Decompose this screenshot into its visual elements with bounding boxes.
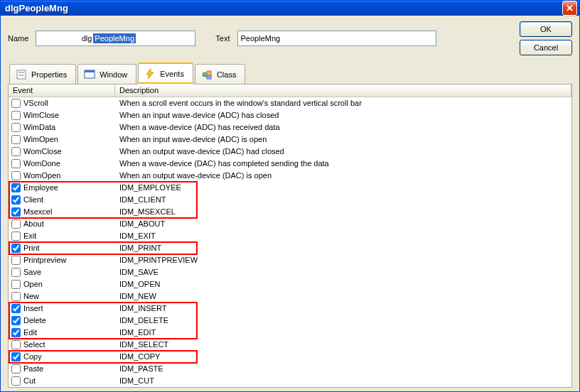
event-checkbox[interactable]	[11, 219, 21, 229]
table-row[interactable]: CopyIDM_COPY	[9, 351, 571, 363]
table-row[interactable]: VScrollWhen a scroll event occurs in the…	[9, 97, 571, 109]
event-checkbox[interactable]	[11, 328, 21, 337]
table-row[interactable]: PrintIDM_PRINT	[9, 242, 571, 254]
cell-event: Exit	[9, 232, 115, 241]
event-checkbox[interactable]	[11, 171, 21, 180]
event-checkbox[interactable]	[11, 232, 21, 241]
titlebar[interactable]: dlgPeopleMng ✕	[1, 1, 579, 16]
cell-description: IDM_EMPLOYEE	[115, 183, 571, 192]
event-checkbox[interactable]	[11, 99, 21, 108]
event-checkbox[interactable]	[11, 376, 21, 386]
event-checkbox[interactable]	[11, 268, 21, 277]
event-checkbox[interactable]	[11, 135, 21, 144]
event-name: Open	[23, 280, 43, 288]
header-description[interactable]: Description	[115, 85, 571, 97]
svg-rect-1	[18, 72, 24, 73]
cell-event: WimClose	[9, 111, 115, 120]
tab-class[interactable]: Class	[195, 64, 246, 84]
event-checkbox[interactable]	[11, 183, 21, 192]
table-row[interactable]: NewIDM_NEW	[9, 290, 571, 303]
text-group: Text PeopleMng	[215, 31, 436, 46]
cell-description: When an input wave-device (ADC) has clos…	[115, 111, 571, 119]
table-row[interactable]: AboutIDM_ABOUT	[9, 218, 571, 230]
event-checkbox[interactable]	[11, 111, 21, 120]
event-checkbox[interactable]	[11, 123, 21, 132]
event-checkbox[interactable]	[11, 147, 21, 156]
dialog-body: Name dlg PeopleMng Text PeopleMng OK Can…	[1, 16, 579, 392]
event-checkbox[interactable]	[11, 244, 21, 253]
event-name: Copy	[23, 352, 42, 361]
window-icon	[84, 69, 95, 80]
table-row[interactable]: WomDoneWhen a wave-device (DAC) has comp…	[9, 158, 571, 170]
event-checkbox[interactable]	[11, 292, 21, 301]
cell-description: IDM_COPY	[115, 352, 571, 361]
cell-description: IDM_CUT	[115, 376, 571, 385]
column-headers: Event Description	[9, 85, 571, 97]
cell-event: Insert	[9, 304, 115, 313]
tab-properties[interactable]: Properties	[9, 64, 76, 84]
cell-description: IDM_EXIT	[115, 232, 571, 240]
event-checkbox[interactable]	[11, 207, 21, 217]
tab-label: Window	[100, 70, 127, 79]
tab-window[interactable]: Window	[77, 64, 136, 84]
text-value: PeopleMng	[241, 34, 281, 43]
name-input[interactable]: dlg PeopleMng	[36, 31, 195, 46]
table-row[interactable]: SelectIDM_SELECT	[9, 339, 571, 351]
table-row[interactable]: PrintpreviewIDM_PRINTPREVIEW	[9, 254, 571, 266]
event-name: Delete	[23, 316, 46, 325]
table-row[interactable]: WimOpenWhen an input wave-device (ADC) i…	[9, 134, 571, 146]
events-table[interactable]: Event Description VScrollWhen a scroll e…	[9, 85, 571, 387]
svg-point-6	[203, 72, 207, 77]
cell-event: About	[9, 219, 115, 229]
event-checkbox[interactable]	[11, 364, 21, 374]
event-checkbox[interactable]	[11, 256, 21, 265]
event-name: WimData	[23, 123, 55, 131]
table-row[interactable]: PasteIDM_PASTE	[9, 363, 571, 375]
cell-description: IDM_SAVE	[115, 268, 571, 276]
table-row[interactable]: WimCloseWhen an input wave-device (ADC) …	[9, 109, 571, 121]
table-row[interactable]: ExitIDM_EXIT	[9, 230, 571, 242]
event-checkbox[interactable]	[11, 304, 21, 313]
name-value-selected: PeopleMng	[93, 33, 136, 43]
event-name: Edit	[23, 328, 37, 337]
table-row[interactable]: WomCloseWhen an output wave-device (DAC)…	[9, 146, 571, 158]
event-checkbox[interactable]	[11, 280, 21, 289]
cell-description: IDM_PRINT	[115, 244, 571, 252]
event-checkbox[interactable]	[11, 159, 21, 168]
table-row[interactable]: ClientIDM_CLIENT	[9, 194, 571, 206]
cell-event: Edit	[9, 328, 115, 337]
tab-label: Events	[160, 70, 184, 78]
text-input[interactable]: PeopleMng	[237, 31, 436, 46]
header-event[interactable]: Event	[9, 85, 115, 97]
cell-description: When an input wave-device (ADC) is open	[115, 135, 571, 143]
table-row[interactable]: OpenIDM_OPEN	[9, 278, 571, 290]
table-row[interactable]: CutIDM_CUT	[9, 375, 571, 387]
cell-description: IDM_SELECT	[115, 340, 571, 349]
table-row[interactable]: EditIDM_EDIT	[9, 327, 571, 339]
cancel-button[interactable]: Cancel	[520, 40, 572, 55]
table-row[interactable]: MsexcelIDM_MSEXCEL	[9, 206, 571, 218]
cell-event: Printpreview	[9, 256, 115, 265]
event-name: New	[23, 292, 39, 300]
tabs-row: PropertiesWindowEventsClass	[8, 62, 572, 84]
button-column: OK Cancel	[520, 21, 572, 55]
event-name: WomDone	[23, 159, 60, 168]
event-checkbox[interactable]	[11, 195, 21, 205]
table-row[interactable]: WimDataWhen a wave-device (ADC) has rece…	[9, 121, 571, 134]
cell-description: When a wave-device (ADC) has received da…	[115, 123, 571, 131]
table-row[interactable]: EmployeeIDM_EMPLOYEE	[9, 182, 571, 194]
event-checkbox[interactable]	[11, 316, 21, 325]
tab-events[interactable]: Events	[138, 62, 193, 84]
ok-button[interactable]: OK	[520, 21, 572, 37]
table-row[interactable]: WomOpenWhen an output wave-device (DAC) …	[9, 170, 571, 182]
text-label: Text	[215, 34, 231, 43]
close-button[interactable]: ✕	[562, 1, 577, 16]
close-icon: ✕	[566, 4, 574, 13]
table-row[interactable]: SaveIDM_SAVE	[9, 266, 571, 278]
cell-event: WomOpen	[9, 171, 115, 180]
event-checkbox[interactable]	[11, 352, 21, 361]
table-row[interactable]: DeleteIDM_DELETE	[9, 315, 571, 327]
cell-description: IDM_ABOUT	[115, 219, 571, 228]
event-checkbox[interactable]	[11, 340, 21, 349]
table-row[interactable]: InsertIDM_INSERT	[9, 303, 571, 315]
